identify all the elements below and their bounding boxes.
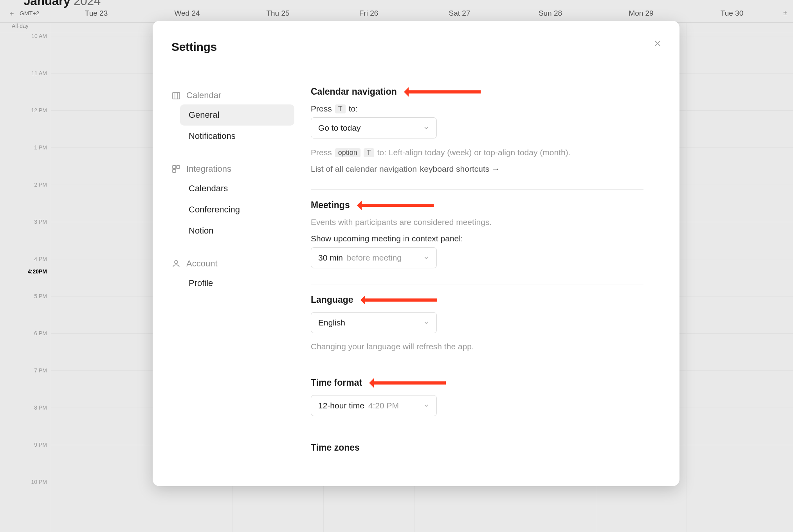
account-icon: [171, 259, 181, 268]
annotation-arrow: [371, 381, 446, 385]
annotation-arrow: [359, 204, 434, 207]
section-title: Time zones: [311, 442, 360, 453]
hour-label: 11 AM: [31, 70, 47, 76]
sidebar-item-calendars[interactable]: Calendars: [180, 178, 294, 199]
close-icon: [653, 39, 662, 48]
hour-label: 3 PM: [34, 219, 47, 225]
calendar-icon: [171, 91, 181, 100]
hour-label: 1 PM: [34, 144, 47, 151]
nav-action-select[interactable]: Go to today: [311, 117, 437, 138]
day-header[interactable]: Wed 24: [142, 9, 232, 18]
hour-label: 4 PM: [34, 256, 47, 262]
modal-header: Settings: [153, 21, 679, 73]
day-header[interactable]: Tue 23: [51, 9, 142, 18]
hour-label: 7 PM: [34, 367, 47, 374]
sidebar-item-profile[interactable]: Profile: [180, 273, 294, 294]
hour-label: 10 AM: [31, 33, 47, 39]
chevron-down-icon: [423, 125, 429, 131]
sidebar-item-general[interactable]: General: [180, 104, 294, 126]
hour-label: 9 PM: [34, 442, 47, 448]
select-value: Go to today: [318, 123, 361, 133]
kbd-t: T: [335, 104, 346, 113]
day-header[interactable]: Mon 29: [596, 9, 687, 18]
kbd-t: T: [364, 148, 374, 157]
keyboard-shortcuts-link[interactable]: keyboard shortcuts →: [420, 164, 500, 174]
annotation-arrow: [406, 90, 481, 93]
meetings-label: Show upcoming meeting in context panel:: [311, 234, 463, 243]
shortcut-prefix: List of all calendar navigation: [311, 164, 417, 174]
hour-label: 10 PM: [31, 479, 47, 485]
meetings-desc: Events with participants are considered …: [311, 217, 492, 227]
meeting-lead-time-select[interactable]: 30 min before meeting: [311, 247, 437, 268]
kbd-option: option: [335, 148, 360, 157]
svg-rect-5: [173, 165, 176, 169]
chevron-down-icon: [423, 320, 429, 326]
sidebar-group-account: Account: [169, 255, 294, 273]
select-value: English: [318, 318, 345, 327]
hour-label: 5 PM: [34, 293, 47, 299]
select-value: 12-hour time: [318, 401, 364, 410]
day-header[interactable]: Fri 26: [323, 9, 414, 18]
calendar-day-headers: ＋ GMT+2 Tue 23 Wed 24 Thu 25 Fri 26 Sat …: [0, 4, 793, 23]
sidebar-group-calendar: Calendar: [169, 86, 294, 104]
current-time-label: 4:20PM: [28, 268, 47, 275]
sidebar-group-integrations: Integrations: [169, 160, 294, 178]
sidebar-item-notion[interactable]: Notion: [180, 220, 294, 241]
section-time-zones: Time zones: [311, 442, 643, 472]
select-sub: 4:20 PM: [368, 401, 399, 410]
settings-sidebar: Calendar General Notifications Integrati…: [153, 73, 311, 486]
sidebar-group-label: Integrations: [186, 164, 231, 174]
sidebar-item-notifications[interactable]: Notifications: [180, 126, 294, 147]
section-calendar-navigation: Calendar navigation Press T to: Go to to…: [311, 86, 643, 190]
sidebar-item-conferencing[interactable]: Conferencing: [180, 199, 294, 220]
integrations-icon: [171, 164, 181, 174]
section-language: Language English Changing your language …: [311, 295, 643, 367]
add-event-button[interactable]: ＋: [8, 9, 16, 17]
sidebar-group-label: Calendar: [186, 90, 221, 101]
select-value: 30 min: [318, 253, 343, 262]
day-header[interactable]: Sun 28: [505, 9, 596, 18]
settings-content: Calendar navigation Press T to: Go to to…: [311, 73, 679, 486]
hour-label: 8 PM: [34, 404, 47, 411]
svg-rect-2: [173, 92, 180, 99]
sidebar-group-label: Account: [186, 259, 218, 269]
language-hint: Changing your language will refresh the …: [311, 342, 474, 351]
hour-label: 12 PM: [31, 107, 47, 113]
select-sub: before meeting: [347, 253, 402, 262]
section-meetings: Meetings Events with participants are co…: [311, 200, 643, 284]
hint-rest: to: Left-align today (week) or top-align…: [377, 148, 571, 157]
section-time-format: Time format 12-hour time 4:20 PM: [311, 377, 643, 432]
modal-title: Settings: [171, 40, 217, 54]
press-to: to:: [349, 104, 358, 113]
close-button[interactable]: [651, 36, 665, 50]
svg-point-8: [175, 261, 178, 264]
svg-rect-6: [177, 165, 180, 169]
svg-rect-7: [173, 169, 176, 173]
language-select[interactable]: English: [311, 312, 437, 333]
day-header[interactable]: Thu 25: [232, 9, 323, 18]
hour-label: 6 PM: [34, 330, 47, 336]
section-title: Language: [311, 295, 353, 305]
annotation-arrow: [363, 298, 437, 302]
time-format-select[interactable]: 12-hour time 4:20 PM: [311, 395, 437, 416]
timezone-toggle-button[interactable]: ±: [777, 9, 793, 17]
section-title: Calendar navigation: [311, 86, 397, 97]
press-label: Press: [311, 104, 332, 113]
timezone-label: GMT+2: [20, 10, 39, 16]
day-header[interactable]: Sat 27: [414, 9, 505, 18]
chevron-down-icon: [423, 403, 429, 409]
day-header[interactable]: Tue 30: [687, 9, 777, 18]
section-title: Meetings: [311, 200, 350, 210]
hint-prefix: Press: [311, 148, 332, 157]
hour-label: 2 PM: [34, 182, 47, 188]
allday-label: All-day: [0, 23, 51, 32]
chevron-down-icon: [423, 255, 429, 261]
section-title: Time format: [311, 377, 362, 388]
settings-modal: Settings Calendar General Notifications …: [153, 21, 679, 486]
